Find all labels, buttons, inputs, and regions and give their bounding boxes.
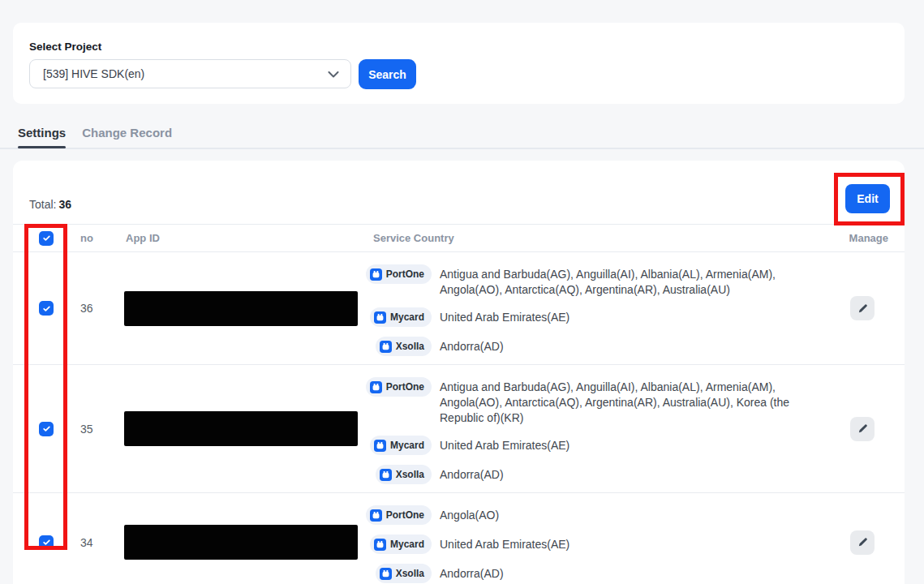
payment-provider-icon [374, 539, 386, 551]
service-line: PortOne Angola(AO) [373, 505, 827, 525]
service-countries: Andorra(AD) [440, 465, 504, 483]
service-badge-portone: PortOne [366, 264, 432, 284]
service-line: Xsolla Andorra(AD) [373, 465, 827, 484]
payment-provider-icon [374, 440, 386, 452]
service-country-cell: PortOne Antigua and Barbuda(AG), Anguill… [358, 365, 827, 492]
manage-cell [827, 296, 888, 320]
payment-provider-icon [380, 341, 392, 353]
manage-cell [827, 417, 888, 441]
tab-bar: Settings Change Record [18, 126, 172, 148]
project-select-dropdown[interactable]: [539] HIVE SDK(en) [29, 59, 351, 88]
service-countries: Andorra(AD) [440, 564, 504, 582]
service-badge-xsolla: Xsolla [376, 337, 432, 356]
service-countries: Antigua and Barbuda(AG), Anguilla(AI), A… [440, 264, 827, 298]
page: Select Project [539] HIVE SDK(en) Search… [0, 0, 924, 584]
project-select-value: [539] HIVE SDK(en) [43, 67, 328, 80]
service-badge-portone: PortOne [366, 505, 432, 525]
row-checkbox[interactable] [39, 535, 54, 550]
service-badge-portone: PortOne [366, 377, 432, 397]
service-badge-mycard: Mycard [370, 535, 432, 554]
settings-table-card: Total:36 Edit no App ID Service Country … [13, 161, 905, 584]
service-line: PortOne Antigua and Barbuda(AG), Anguill… [373, 377, 827, 426]
service-countries: Antigua and Barbuda(AG), Anguilla(AI), A… [440, 377, 827, 426]
row-edit-button[interactable] [850, 417, 875, 441]
column-header-service-country: Service Country [358, 232, 827, 244]
service-badge-label: Mycard [390, 440, 424, 451]
service-badge-label: PortOne [386, 509, 424, 521]
table-body: 36 PortOne Antigua and Barbuda(AG), Angu… [13, 252, 905, 584]
service-line: Mycard United Arab Emirates(AE) [373, 436, 827, 455]
payment-provider-icon [374, 311, 386, 324]
tab-settings[interactable]: Settings [18, 126, 66, 148]
service-badge-label: Xsolla [396, 568, 424, 579]
service-line: Xsolla Andorra(AD) [373, 564, 827, 583]
service-country-cell: PortOne Angola(AO) Mycard United Arab Em… [358, 493, 827, 584]
search-button[interactable]: Search [359, 59, 416, 89]
service-country-cell: PortOne Antigua and Barbuda(AG), Anguill… [358, 252, 827, 364]
select-all-checkbox[interactable] [39, 231, 54, 246]
payment-provider-icon [370, 381, 382, 393]
service-badge-label: Xsolla [396, 341, 424, 352]
check-icon [42, 538, 51, 547]
service-line: Mycard United Arab Emirates(AE) [373, 307, 827, 327]
column-header-no: no [65, 232, 110, 244]
table-row: 34 PortOne Angola(AO) Mycard United Arab… [13, 493, 905, 584]
app-id-redacted-block [124, 525, 358, 560]
service-countries: Andorra(AD) [440, 337, 504, 354]
column-header-app-id: App ID [110, 232, 358, 244]
total-value: 36 [58, 198, 71, 211]
service-badge-xsolla: Xsolla [376, 465, 432, 484]
edit-button[interactable]: Edit [845, 184, 890, 213]
service-countries: Angola(AO) [440, 505, 499, 523]
row-no: 35 [65, 423, 110, 436]
tab-divider [0, 148, 924, 149]
service-line: PortOne Antigua and Barbuda(AG), Anguill… [373, 264, 827, 298]
service-badge-label: Mycard [390, 311, 424, 323]
service-badge-mycard: Mycard [370, 436, 432, 455]
column-header-manage: Manage [827, 232, 888, 244]
service-badge-label: PortOne [386, 268, 424, 280]
service-badge-label: PortOne [386, 381, 424, 393]
project-select-card: Select Project [539] HIVE SDK(en) Search [13, 23, 905, 104]
table-row: 36 PortOne Antigua and Barbuda(AG), Angu… [13, 252, 905, 365]
row-no: 34 [65, 536, 110, 549]
app-id-redacted-block [124, 291, 358, 326]
payment-provider-icon [370, 268, 382, 281]
check-icon [42, 304, 51, 313]
pencil-icon [857, 303, 868, 314]
row-checkbox[interactable] [39, 301, 54, 316]
payment-provider-icon [380, 568, 392, 580]
row-edit-button[interactable] [850, 296, 875, 320]
pencil-icon [857, 423, 868, 434]
table-row: 35 PortOne Antigua and Barbuda(AG), Angu… [13, 365, 905, 493]
total-label: Total: [29, 198, 56, 211]
active-tab-underline [18, 146, 66, 148]
manage-cell [827, 530, 888, 555]
service-countries: United Arab Emirates(AE) [440, 307, 569, 325]
chevron-down-icon [328, 67, 339, 81]
service-badge-xsolla: Xsolla [376, 564, 432, 583]
service-line: Xsolla Andorra(AD) [373, 337, 827, 356]
service-badge-label: Mycard [390, 539, 424, 550]
service-countries: United Arab Emirates(AE) [440, 436, 569, 453]
row-edit-button[interactable] [850, 530, 875, 555]
service-countries: United Arab Emirates(AE) [440, 535, 569, 552]
payment-provider-icon [370, 509, 382, 522]
pencil-icon [857, 537, 868, 548]
select-project-label: Select Project [29, 41, 101, 53]
payment-provider-icon [380, 469, 392, 481]
check-icon [42, 234, 51, 243]
service-badge-mycard: Mycard [370, 307, 432, 327]
total-count: Total:36 [29, 198, 71, 211]
row-no: 36 [65, 302, 110, 315]
tab-change-record[interactable]: Change Record [82, 126, 172, 148]
app-id-redacted-block [124, 411, 358, 446]
table-header: no App ID Service Country Manage [13, 224, 905, 252]
service-line: Mycard United Arab Emirates(AE) [373, 535, 827, 554]
service-badge-label: Xsolla [396, 469, 424, 480]
check-icon [42, 424, 51, 433]
row-checkbox[interactable] [39, 422, 54, 436]
